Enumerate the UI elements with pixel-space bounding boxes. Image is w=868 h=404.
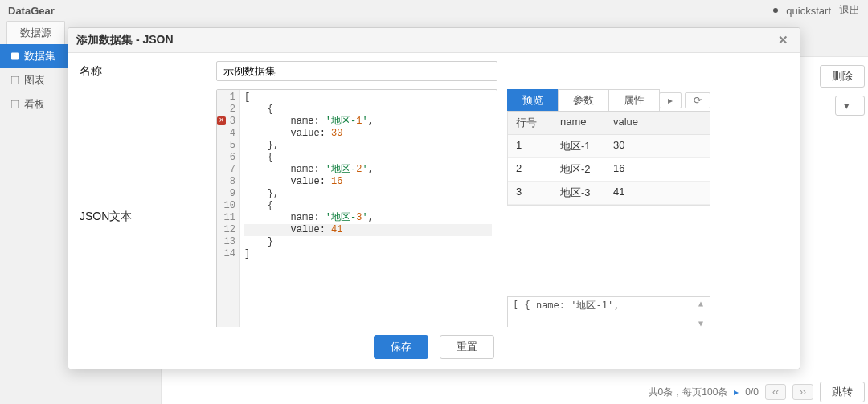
sidebar-item-board[interactable]: 看板	[0, 92, 72, 116]
filter-select[interactable]: ▾	[835, 96, 865, 116]
brand: DataGear	[8, 5, 55, 17]
cell-value: 41	[605, 182, 710, 204]
cell-name: 地区-1	[552, 135, 605, 157]
pager-page: 0/0	[745, 386, 759, 398]
preview-panel: 预览 参数 属性 ▸ ⟳ 行号 name	[507, 89, 710, 327]
run-icon[interactable]: ▸	[659, 92, 682, 108]
refresh-icon[interactable]: ⟳	[685, 92, 710, 108]
table-row[interactable]: 1地区-130	[508, 135, 710, 158]
pager-prev[interactable]: ‹‹	[765, 384, 786, 400]
col-index: 行号	[508, 112, 552, 134]
sidebar-item-label: 图表	[24, 73, 45, 88]
tab-attrs[interactable]: 属性	[608, 89, 660, 111]
app-header: DataGear quickstart 退出	[0, 0, 868, 21]
pager-summary: 共0条，每页100条	[649, 386, 728, 399]
svg-rect-2	[11, 100, 19, 108]
sidebar-item-dataset[interactable]: 数据集	[0, 44, 72, 68]
add-dataset-dialog: 添加数据集 - JSON ✕ 名称 JSON文本 123456789101112…	[68, 27, 800, 369]
json-label: JSON文本	[80, 89, 216, 327]
tab-params[interactable]: 参数	[558, 89, 609, 111]
cell-name: 地区-3	[552, 182, 605, 204]
svg-rect-0	[11, 53, 19, 59]
col-name: name	[552, 112, 605, 134]
col-value: value	[605, 112, 710, 134]
sidebar-item-chart[interactable]: 图表	[0, 68, 72, 92]
dialog-title-bar: 添加数据集 - JSON ✕	[68, 28, 800, 53]
preview-raw-text: [ { name: '地区-1',	[513, 300, 619, 311]
tab-preview[interactable]: 预览	[507, 89, 559, 111]
cell-index: 3	[508, 182, 552, 204]
status-dot	[773, 8, 778, 13]
cell-index: 2	[508, 158, 552, 181]
tab-datasource[interactable]: 数据源	[6, 21, 65, 44]
svg-rect-1	[11, 76, 19, 84]
save-button[interactable]: 保存	[374, 335, 428, 359]
preview-table: 行号 name value 1地区-1302地区-2163地区-341	[507, 111, 710, 206]
sidebar: 数据集 图表 看板	[0, 44, 72, 116]
preview-raw[interactable]: [ { name: '地区-1', ▲▼	[507, 296, 710, 327]
pager-jump-button[interactable]: 跳转	[820, 382, 865, 402]
sidebar-item-label: 看板	[24, 97, 45, 112]
delete-button[interactable]: 删除	[820, 65, 865, 88]
chart-icon	[11, 76, 19, 84]
cell-name: 地区-2	[552, 158, 605, 181]
cell-value: 16	[605, 158, 710, 181]
sidebar-item-label: 数据集	[24, 49, 55, 63]
dataset-name-input[interactable]	[216, 61, 497, 81]
reset-button[interactable]: 重置	[440, 335, 494, 359]
close-icon[interactable]: ✕	[775, 33, 792, 47]
table-row[interactable]: 3地区-341	[508, 182, 710, 205]
logout-link[interactable]: 退出	[839, 3, 860, 18]
json-editor[interactable]: 1234567891011121314 [ { name: '地区-1', va…	[216, 89, 497, 327]
name-label: 名称	[80, 61, 216, 79]
pager: 共0条，每页100条 ▸ 0/0 ‹‹ ›› 跳转	[499, 382, 865, 402]
user-name[interactable]: quickstart	[786, 5, 831, 17]
dialog-title: 添加数据集 - JSON	[76, 33, 174, 47]
cell-index: 1	[508, 135, 552, 157]
cell-value: 30	[605, 135, 710, 157]
board-icon	[11, 100, 19, 108]
dataset-icon	[11, 52, 19, 60]
pager-next[interactable]: ››	[792, 384, 813, 400]
table-row[interactable]: 2地区-216	[508, 158, 710, 182]
